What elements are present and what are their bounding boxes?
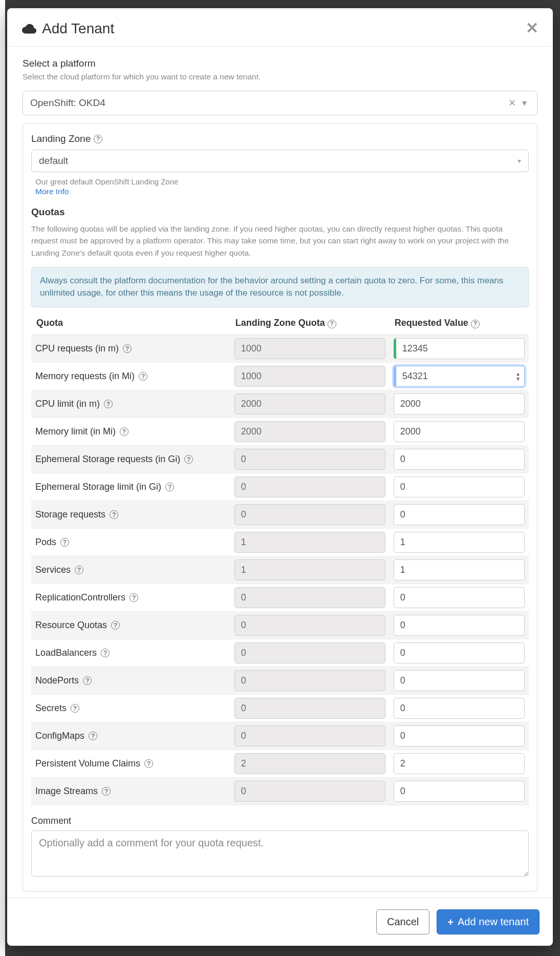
quota-label: Storage requests? — [35, 509, 226, 520]
table-row: CPU limit (in m)? — [31, 390, 529, 418]
help-icon[interactable]: ? — [144, 759, 153, 768]
requested-value-input[interactable] — [394, 476, 525, 497]
requested-value-input[interactable] — [394, 449, 525, 470]
add-tenant-button-label: Add new tenant — [458, 916, 529, 928]
landing-zone-quota-input — [234, 725, 385, 746]
platform-select[interactable]: OpenShift: OKD4 ✕ ▾ — [23, 91, 537, 115]
quota-label: LoadBalancers? — [35, 648, 226, 658]
help-icon[interactable]: ? — [75, 566, 83, 574]
table-row: CPU requests (in m)? — [31, 335, 529, 363]
platform-section-label: Select a platform — [23, 58, 537, 69]
table-row: LoadBalancers? — [31, 639, 529, 667]
table-row: Pods? — [31, 529, 529, 556]
requested-value-input[interactable] — [394, 781, 525, 802]
help-icon[interactable]: ? — [102, 787, 111, 796]
table-row: Resource Quotas? — [31, 612, 529, 639]
requested-value-input[interactable] — [394, 698, 525, 719]
requested-value-input[interactable] — [394, 587, 525, 608]
number-stepper-icon[interactable]: ▲▼ — [515, 371, 521, 382]
modal-header: Add Tenant ✕ — [7, 8, 553, 47]
landing-zone-quota-input — [234, 366, 385, 387]
landing-zone-quota-input — [234, 559, 385, 580]
landing-zone-quota-input — [234, 753, 385, 774]
help-icon[interactable]: ? — [60, 538, 69, 547]
help-icon[interactable]: ? — [71, 704, 79, 713]
help-icon[interactable]: ? — [471, 320, 480, 328]
requested-value-input[interactable] — [394, 421, 525, 442]
col-header-lz-text: Landing Zone Quota — [235, 318, 325, 328]
quota-label-text: LoadBalancers — [35, 648, 97, 658]
requested-value-input[interactable] — [394, 559, 525, 580]
landing-zone-more-info-link[interactable]: More Info — [35, 187, 525, 196]
add-tenant-button[interactable]: + Add new tenant — [437, 909, 540, 934]
table-row: Services? — [31, 556, 529, 584]
requested-value-input[interactable] — [394, 338, 525, 359]
help-icon[interactable]: ? — [328, 320, 336, 328]
help-icon[interactable]: ? — [139, 372, 147, 381]
quota-label-text: CPU limit (in m) — [35, 399, 100, 409]
help-icon[interactable]: ? — [184, 455, 193, 464]
quota-label-text: Image Streams — [35, 786, 98, 797]
quota-label-text: Pods — [35, 537, 56, 548]
clear-icon[interactable]: ✕ — [505, 97, 519, 109]
table-row: Storage requests? — [31, 501, 529, 529]
close-icon[interactable]: ✕ — [526, 20, 539, 36]
requested-value-input[interactable] — [394, 615, 525, 636]
quota-label-text: ConfigMaps — [35, 731, 84, 741]
table-row: ReplicationControllers? — [31, 584, 529, 612]
quota-label-text: ReplicationControllers — [35, 592, 125, 603]
table-row: Persistent Volume Claims? — [31, 750, 529, 778]
help-icon[interactable]: ? — [89, 732, 97, 740]
help-icon[interactable]: ? — [111, 621, 120, 630]
landing-zone-label: Landing Zone ? — [31, 133, 529, 144]
help-icon[interactable]: ? — [165, 483, 174, 491]
requested-value-input[interactable] — [394, 532, 525, 553]
help-icon[interactable]: ? — [83, 676, 92, 685]
quota-label-text: NodePorts — [35, 675, 79, 686]
quota-label: CPU limit (in m)? — [35, 399, 226, 409]
landing-zone-quota-input — [234, 670, 385, 691]
help-icon[interactable]: ? — [101, 649, 110, 657]
table-row: Image Streams? — [31, 778, 529, 805]
quota-label: NodePorts? — [35, 675, 226, 686]
requested-value-input[interactable] — [394, 670, 525, 691]
quota-label: Pods? — [35, 537, 226, 548]
background-page-fragment — [0, 0, 5, 956]
chevron-down-icon[interactable]: ▾ — [519, 97, 530, 109]
cancel-button[interactable]: Cancel — [376, 909, 429, 934]
requested-value-input[interactable] — [394, 366, 525, 387]
table-row: NodePorts? — [31, 667, 529, 695]
quota-label-text: Resource Quotas — [35, 620, 107, 631]
quota-label: Memory requests (in Mi)? — [35, 371, 226, 382]
col-header-landing-zone-quota: Landing Zone Quota ? — [230, 311, 390, 335]
modal-title: Add Tenant — [21, 20, 114, 37]
comment-label: Comment — [31, 816, 529, 826]
requested-value-input[interactable] — [394, 504, 525, 525]
help-icon[interactable]: ? — [94, 135, 102, 143]
landing-zone-value: default — [39, 155, 518, 167]
quotas-description: The following quotas will be applied via… — [31, 223, 529, 259]
quotas-title: Quotas — [31, 206, 529, 218]
landing-zone-quota-input — [234, 393, 385, 414]
requested-value-input[interactable] — [394, 753, 525, 774]
help-icon[interactable]: ? — [120, 427, 128, 436]
help-icon[interactable]: ? — [104, 400, 113, 408]
modal-footer: Cancel + Add new tenant — [7, 898, 553, 946]
quota-label: Secrets? — [35, 703, 226, 714]
help-icon[interactable]: ? — [110, 510, 118, 519]
landing-zone-select[interactable]: default ▾ — [31, 150, 529, 172]
quota-table: Quota Landing Zone Quota ? Requested Val… — [31, 311, 529, 805]
quota-label: Resource Quotas? — [35, 620, 226, 631]
help-icon[interactable]: ? — [123, 344, 132, 353]
cancel-button-label: Cancel — [387, 916, 419, 928]
quota-label: Image Streams? — [35, 786, 226, 797]
col-header-quota: Quota — [31, 311, 230, 335]
landing-zone-quota-input — [234, 615, 385, 636]
comment-textarea[interactable] — [31, 830, 529, 877]
help-icon[interactable]: ? — [130, 593, 138, 602]
requested-value-input[interactable] — [394, 393, 525, 414]
requested-value-input[interactable] — [394, 642, 525, 663]
landing-zone-quota-input — [234, 449, 385, 470]
requested-value-input[interactable] — [394, 725, 525, 746]
quota-label-text: CPU requests (in m) — [35, 343, 119, 354]
